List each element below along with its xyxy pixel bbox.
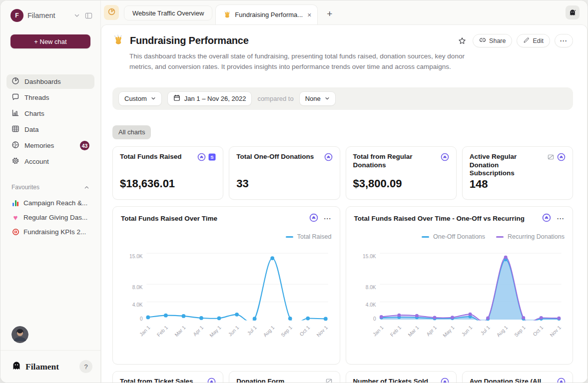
more-options-button[interactable]: ··· — [555, 34, 573, 47]
stacked-area-chart[interactable]: 04.0K8.0K15.0KJan 1Feb 1Mar 1Apr 1May 1J… — [354, 242, 565, 358]
dashboard-header: Fundraising Performance Share Edit ··· — [112, 34, 573, 47]
collapse-sidebar-icon[interactable] — [85, 12, 92, 19]
favourites-list: Campaign Reach &... ♥ Regular Giving Das… — [6, 197, 94, 238]
date-range-picker[interactable]: Jan 1 – Nov 26, 2022 — [167, 91, 252, 106]
clap-icon — [223, 10, 231, 20]
svg-text:Aug 1: Aug 1 — [262, 325, 276, 338]
chart-more-icon[interactable]: ··· — [557, 215, 565, 222]
chart-legend: One-Off DonationsRecurring Donations — [354, 233, 565, 241]
kpi-value: 148 — [470, 178, 566, 194]
source-circle-icon — [197, 153, 206, 163]
kpi-row: Total Funds Raised S $18,636.01 Total On… — [112, 146, 573, 200]
nav-label: Dashboards — [24, 78, 61, 85]
dashboard-panel: Fundraising Performance Share Edit ··· — [101, 24, 588, 383]
favourites-header: Favourites — [11, 184, 89, 191]
link-icon — [479, 36, 486, 45]
date-range-type-dropdown[interactable]: Custom — [118, 91, 162, 106]
kpi-card-total-regular-donations[interactable]: Total from Regular Donations $3,800.09 — [346, 146, 457, 200]
sidebar-item-memories[interactable]: Memories 43 — [6, 138, 94, 153]
filter-bar: Custom Jan 1 – Nov 26, 2022 compared to … — [112, 87, 573, 110]
source-circle-icon — [441, 153, 449, 163]
svg-text:Oct 1: Oct 1 — [299, 325, 311, 337]
source-circle-icon — [542, 213, 551, 224]
gear-icon — [11, 157, 19, 166]
compare-dropdown[interactable]: None — [299, 91, 336, 106]
kpi-title: Donation Form Conversion — [236, 378, 322, 383]
svg-text:Nov 1: Nov 1 — [549, 325, 562, 338]
user-avatar[interactable] — [11, 326, 28, 343]
sidebar-item-dashboards[interactable]: Dashboards — [6, 74, 94, 89]
kpi-card-donation-form-conversion[interactable]: Donation Form Conversion — [229, 371, 340, 383]
legend-entry[interactable]: Total Raised — [286, 233, 332, 240]
share-label: Share — [489, 37, 506, 44]
bar-chart-icon — [11, 109, 19, 118]
share-button[interactable]: Share — [473, 34, 512, 47]
assistant-ghost-button[interactable] — [566, 5, 580, 19]
kpi-title: Active Regular Donation Subscriptions — [470, 153, 544, 178]
favourite-item-fundraising-kpis[interactable]: Fundraising KPIs 2... — [6, 226, 94, 238]
all-charts-chip[interactable]: All charts — [112, 125, 151, 139]
workspace-avatar[interactable]: F — [10, 9, 23, 22]
chevron-down-icon[interactable] — [74, 12, 80, 18]
svg-text:Apr 1: Apr 1 — [192, 325, 204, 337]
svg-text:Apr 1: Apr 1 — [425, 325, 438, 337]
brain-icon — [11, 141, 19, 150]
sidebar-item-threads[interactable]: Threads — [6, 90, 94, 105]
chart-more-icon[interactable]: ··· — [324, 215, 332, 222]
nav-label: Data — [24, 126, 39, 133]
source-circle-icon — [441, 378, 449, 383]
source-circle-icon — [207, 378, 216, 383]
sidebar-item-account[interactable]: Account — [6, 154, 94, 169]
svg-text:Aug 1: Aug 1 — [495, 325, 509, 338]
tab-label: Fundraising Performa... — [235, 11, 303, 18]
kpi-title: Total from Ticket Sales — [120, 378, 204, 383]
kpi-card-total-one-off-donations[interactable]: Total One-Off Donations 33 — [229, 146, 340, 200]
edit-button[interactable]: Edit — [517, 34, 550, 47]
no-image-icon — [325, 378, 333, 383]
kpi-title: Total Funds Raised — [120, 153, 194, 161]
kpi-title: Total from Regular Donations — [353, 153, 438, 170]
svg-text:15.0K: 15.0K — [363, 254, 376, 259]
svg-text:Sep 1: Sep 1 — [280, 325, 293, 338]
help-button[interactable]: ? — [79, 360, 92, 373]
chart-card-one-off-vs-recurring[interactable]: Total Funds Raised Over Time - One-Off v… — [346, 206, 574, 365]
svg-text:8.0K: 8.0K — [365, 285, 376, 290]
home-dashboards-button[interactable] — [104, 5, 119, 20]
kpi-card-total-ticket-sales[interactable]: Total from Ticket Sales — [112, 371, 223, 383]
svg-text:Jun 1: Jun 1 — [227, 325, 240, 338]
new-tab-button[interactable]: + — [327, 9, 332, 18]
no-image-icon — [547, 153, 555, 163]
tab-website-traffic-overview[interactable]: Website Traffic Overview — [124, 5, 212, 20]
tab-fundraising-performance[interactable]: Fundraising Performa... × — [215, 4, 318, 24]
svg-text:Mar 1: Mar 1 — [174, 325, 187, 338]
legend-entry[interactable]: One-Off Donations — [422, 233, 485, 240]
workspace-switcher[interactable]: F Filament — [0, 0, 100, 22]
chevron-up-icon[interactable] — [84, 185, 89, 190]
svg-text:15.0K: 15.0K — [129, 254, 143, 259]
kpi-card-avg-donation-size[interactable]: Avg Donation Size (All — [462, 371, 573, 383]
legend-entry[interactable]: Recurring Donations — [496, 233, 565, 240]
sidebar-item-charts[interactable]: Charts — [6, 106, 94, 121]
favourite-item-regular-giving[interactable]: ♥ Regular Giving Das... — [6, 211, 94, 224]
sidebar-footer: Filament ? — [0, 351, 100, 383]
heart-emoji-icon: ♥ — [11, 214, 19, 222]
edit-label: Edit — [533, 37, 544, 44]
new-chat-button[interactable]: + New chat — [10, 34, 90, 48]
nav-label: Threads — [24, 94, 49, 101]
sidebar: F Filament + New chat Dashboards Threads — [0, 0, 101, 383]
kpi-card-active-subscriptions[interactable]: Active Regular Donation Subscriptions 14… — [462, 146, 573, 200]
favourite-item-campaign-reach[interactable]: Campaign Reach &... — [6, 197, 94, 209]
sidebar-item-data[interactable]: Data — [6, 122, 94, 137]
svg-text:Nov 1: Nov 1 — [316, 325, 329, 338]
svg-text:0: 0 — [373, 316, 376, 322]
line-chart[interactable]: 04.0K8.0K15.0KJan 1Feb 1Mar 1Apr 1May 1J… — [121, 242, 332, 358]
close-tab-icon[interactable]: × — [307, 11, 311, 19]
charts-row: Total Funds Raised Over Time ··· Total R… — [112, 206, 573, 365]
svg-text:Mar 1: Mar 1 — [407, 325, 420, 338]
favourite-star-icon[interactable] — [456, 37, 468, 45]
kpi-card-number-tickets-sold[interactable]: Number of Tickets Sold — [346, 371, 457, 383]
filament-ghost-icon — [11, 361, 21, 373]
chart-card-total-funds-over-time[interactable]: Total Funds Raised Over Time ··· Total R… — [112, 206, 340, 365]
pencil-icon — [523, 37, 530, 45]
kpi-card-total-funds-raised[interactable]: Total Funds Raised S $18,636.01 — [112, 146, 223, 200]
